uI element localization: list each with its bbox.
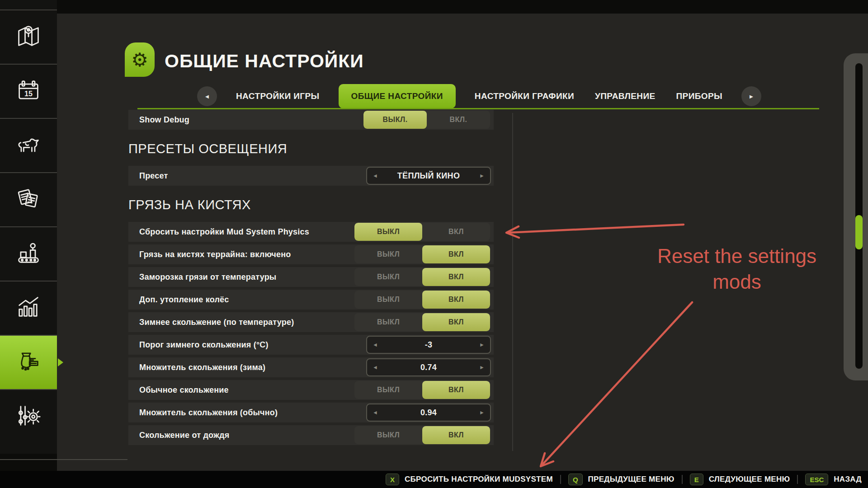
setting-row-winter-slip-multiplier: Множитель скольжения (зима) ◄ 0.74 ►: [128, 357, 494, 377]
settings-sliders-icon: [15, 402, 42, 431]
divider: [560, 475, 561, 484]
wheel-sink-toggle[interactable]: ВЫКЛ ВКЛ: [354, 291, 490, 309]
tabs-next-button[interactable]: ►: [741, 86, 761, 106]
action-next-menu[interactable]: E СЛЕДУЮЩЕЕ МЕНЮ: [690, 474, 790, 485]
divider: [797, 475, 798, 484]
stepper-left-arrow[interactable]: ◄: [373, 342, 378, 348]
terrain-mud-toggle[interactable]: ВЫКЛ ВКЛ: [354, 245, 490, 263]
action-previous-menu[interactable]: Q ПРЕДЫДУЩЕЕ МЕНЮ: [568, 474, 675, 485]
key-badge-q: Q: [568, 474, 583, 485]
cow-icon: [15, 131, 42, 160]
normal-slip-multiplier-stepper[interactable]: ◄ 0.94 ►: [366, 404, 491, 422]
sidebar-item-settings[interactable]: [0, 389, 57, 443]
stepper-right-arrow[interactable]: ►: [479, 342, 485, 348]
toggle-off-option[interactable]: ВЫКЛ: [354, 291, 422, 309]
toggle-on-option[interactable]: ВКЛ: [422, 313, 490, 331]
stepper-right-arrow[interactable]: ►: [479, 173, 485, 179]
setting-row-normal-slip-multiplier: Множитель скольжения (обычно) ◄ 0.94 ►: [128, 403, 494, 422]
tab-controls[interactable]: УПРАВЛЕНИЕ: [593, 91, 657, 101]
active-item-pointer-icon: [58, 358, 63, 366]
production-icon: [15, 239, 42, 268]
sidebar-bottom-divider: [0, 459, 127, 460]
toggle-on-option[interactable]: ВКЛ: [422, 223, 490, 241]
page-title: ОБЩИЕ НАСТРОЙКИ: [165, 51, 364, 72]
winter-slip-multiplier-stepper[interactable]: ◄ 0.74 ►: [366, 358, 491, 376]
toggle-on-option[interactable]: ВКЛ: [422, 245, 490, 263]
show-debug-toggle[interactable]: ВЫКЛ. ВКЛ.: [363, 111, 490, 129]
map-icon: [15, 23, 42, 52]
setting-row-preset: Пресет ◄ ТЁПЛЫЙ КИНО ►: [128, 166, 494, 186]
sidebar: 15: [0, 0, 57, 454]
chevron-right-icon: ►: [749, 93, 755, 100]
tab-devices[interactable]: ПРИБОРЫ: [675, 91, 725, 101]
winter-slip-threshold-stepper[interactable]: ◄ -3 ►: [366, 336, 491, 354]
setting-row-rain-slip: Скольжение от дождя ВЫКЛ ВКЛ: [128, 425, 494, 445]
stepper-left-arrow[interactable]: ◄: [373, 173, 378, 179]
stepper-right-arrow[interactable]: ►: [479, 409, 485, 416]
key-badge-esc: ESC: [805, 474, 828, 485]
tab-graphics-settings[interactable]: НАСТРОЙКИ ГРАФИКИ: [473, 91, 576, 101]
toggle-off-option[interactable]: ВЫКЛ: [354, 426, 422, 444]
toggle-on-option[interactable]: ВКЛ: [422, 291, 490, 309]
toggle-off-option[interactable]: ВЫКЛ: [354, 223, 422, 241]
action-reset-mudsystem[interactable]: X СБРОСИТЬ НАСТРОЙКИ MUDSYSTEM: [386, 474, 553, 485]
sidebar-item-map[interactable]: [0, 9, 57, 64]
setting-row-normal-slip: Обычное скольжение ВЫКЛ ВКЛ: [128, 380, 494, 400]
stepper-left-arrow[interactable]: ◄: [373, 364, 378, 371]
setting-row-mud-freeze: Заморозка грязи от температуры ВЫКЛ ВКЛ: [128, 267, 494, 287]
page-title-gear-icon: ⚙: [125, 42, 155, 77]
tab-game-settings[interactable]: НАСТРОЙКИ ИГРЫ: [234, 91, 321, 101]
section-title-mud-on-brushes: ГРЯЗЬ НА КИСТЯХ: [128, 197, 494, 213]
section-title-lighting-presets: ПРЕСЕТЫ ОСВЕЩЕНИЯ: [128, 141, 494, 157]
toggle-off-option[interactable]: ВЫКЛ: [354, 268, 422, 286]
mud-freeze-toggle[interactable]: ВЫКЛ ВКЛ: [354, 268, 490, 286]
sidebar-item-statistics[interactable]: [0, 281, 57, 335]
calendar-icon: 15: [15, 77, 42, 106]
sidebar-item-contracts[interactable]: [0, 172, 57, 226]
stepper-left-arrow[interactable]: ◄: [373, 409, 378, 416]
preset-stepper[interactable]: ◄ ТЁПЛЫЙ КИНО ►: [366, 167, 491, 185]
normal-slip-toggle[interactable]: ВЫКЛ ВКЛ: [354, 381, 490, 399]
toggle-off-option[interactable]: ВЫКЛ: [354, 381, 422, 399]
setting-row-wheel-sink: Доп. утопление колёс ВЫКЛ ВКЛ: [128, 290, 494, 310]
chevron-left-icon: ◄: [204, 93, 210, 100]
svg-text:15: 15: [24, 89, 33, 98]
sidebar-item-animals[interactable]: [0, 118, 57, 172]
action-back[interactable]: ESC НАЗАД: [805, 474, 862, 485]
sidebar-item-prices[interactable]: [0, 335, 57, 389]
goods-sack-icon: [15, 348, 42, 377]
stepper-right-arrow[interactable]: ►: [479, 364, 485, 371]
stats-chart-icon: [15, 294, 42, 323]
toggle-off-option[interactable]: ВЫКЛ: [354, 245, 422, 263]
toggle-on-option[interactable]: ВКЛ.: [427, 111, 490, 129]
toggle-off-option[interactable]: ВЫКЛ.: [363, 111, 427, 129]
key-badge-e: E: [690, 474, 703, 485]
tab-bar: ◄ НАСТРОЙКИ ИГРЫ ОБЩИЕ НАСТРОЙКИ НАСТРОЙ…: [197, 84, 761, 108]
settings-list: Show Debug ВЫКЛ. ВКЛ. ПРЕСЕТЫ ОСВЕЩЕНИЯ …: [128, 110, 494, 448]
setting-row-winter-slip: Зимнее скольжение (по температуре) ВЫКЛ …: [128, 312, 494, 332]
toggle-on-option[interactable]: ВКЛ: [422, 381, 490, 399]
toggle-off-option[interactable]: ВЫКЛ: [354, 313, 422, 331]
setting-row-reset-mud-physics: Сбросить настройки Mud System Physics ВЫ…: [128, 222, 494, 242]
setting-row-winter-slip-threshold: Порог зимнего скольжения (°C) ◄ -3 ►: [128, 335, 494, 355]
contracts-icon: [15, 185, 42, 214]
tabs-prev-button[interactable]: ◄: [197, 86, 217, 106]
tab-general-settings[interactable]: ОБЩИЕ НАСТРОЙКИ: [339, 84, 456, 108]
annotation-text: Reset the settings mods: [631, 243, 843, 295]
setting-row-show-debug: Show Debug ВЫКЛ. ВКЛ.: [128, 110, 494, 130]
toggle-on-option[interactable]: ВКЛ: [422, 268, 490, 286]
sidebar-item-calendar[interactable]: 15: [0, 64, 57, 118]
scrollbar-thumb[interactable]: [855, 215, 863, 249]
key-badge-x: X: [386, 474, 399, 485]
setting-row-terrain-mud: Грязь на кистях террайна: включено ВЫКЛ …: [128, 244, 494, 264]
rain-slip-toggle[interactable]: ВЫКЛ ВКЛ: [354, 426, 490, 444]
column-divider: [512, 113, 513, 451]
reset-mud-physics-toggle[interactable]: ВЫКЛ ВКЛ: [354, 223, 490, 241]
tab-underline: [137, 108, 819, 109]
sidebar-item-production[interactable]: [0, 226, 57, 281]
toggle-on-option[interactable]: ВКЛ: [422, 426, 490, 444]
hotkey-bar: X СБРОСИТЬ НАСТРОЙКИ MUDSYSTEM Q ПРЕДЫДУ…: [0, 471, 868, 488]
divider: [682, 475, 683, 484]
winter-slip-toggle[interactable]: ВЫКЛ ВКЛ: [354, 313, 490, 331]
